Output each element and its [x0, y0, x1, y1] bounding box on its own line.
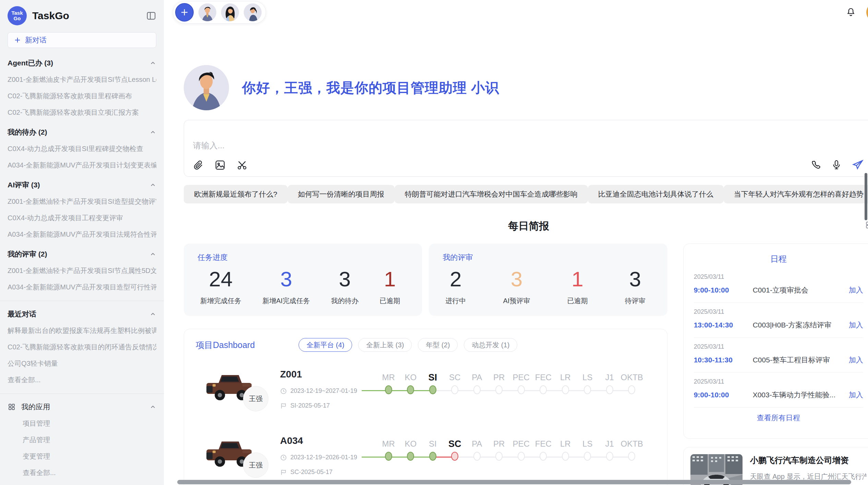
milestone-sc: SC	[444, 372, 466, 399]
milestone-fec: FEC	[532, 372, 555, 399]
milestone-ko: KO	[400, 372, 422, 399]
view-all-chats[interactable]: 查看全部...	[8, 375, 156, 385]
suggestion-chip[interactable]: 如何写一份清晰的项目周报	[288, 185, 395, 203]
conversation-item[interactable]: C02-飞腾新能源轻客改款项目里程碑画布	[8, 91, 156, 101]
section-title: AI评审 (3)	[8, 180, 40, 190]
recent-chat-item[interactable]: 解释最新出台的欧盟报废车法规再生塑料比例被调至15%...	[8, 326, 156, 335]
conversation-item[interactable]: C0X4-动力总成开发项目SI里程碑提交物检查	[8, 144, 156, 153]
stat-label: 待评审	[625, 296, 646, 306]
filter-chip-new-platform[interactable]: 全新平台 (4)	[299, 338, 352, 352]
stat-pending-review: 3 待评审	[625, 265, 646, 306]
suggestion-chip[interactable]: 当下年轻人对汽车外观有怎样的喜好趋势	[724, 185, 868, 203]
chat-input[interactable]	[193, 140, 865, 161]
conversation-item[interactable]: A034-全新新能源MUV产品开发项目计划变更表编写	[8, 161, 156, 170]
app-root: Task Go TaskGo 新对话 Agent已办 (3)	[0, 0, 868, 485]
recent-chat-item[interactable]: 公司Q3轻卡销量	[8, 359, 156, 368]
milestone-dot	[628, 385, 635, 394]
suggestion-chip[interactable]: 欧洲新规最近颁布了什么?	[184, 185, 288, 203]
recent-chat-item[interactable]: C02-飞腾新能源轻客改款项目的闭环通告反馈情况	[8, 343, 156, 352]
milestone-pec: PEC	[510, 372, 532, 399]
conversation-item[interactable]: C0X4-动力总成开发项目工程变更评审	[8, 213, 156, 223]
app-item-project-mgmt[interactable]: 项目管理	[23, 419, 156, 428]
section-ai-review[interactable]: AI评审 (3)	[8, 180, 156, 190]
filter-chip-new-body[interactable]: 全新上装 (3)	[358, 338, 412, 352]
project-flag: SC-2025-05-17	[280, 469, 359, 476]
agent-avatar-2[interactable]	[221, 3, 239, 21]
my-apps-label: 我的应用	[21, 402, 144, 412]
composer	[184, 120, 868, 177]
filter-chip-model-year[interactable]: 年型 (2)	[418, 338, 458, 352]
agent-avatar-3[interactable]	[244, 3, 262, 21]
milestone-dot	[473, 452, 481, 461]
stat-value: 24	[200, 265, 241, 294]
view-all-schedule-link[interactable]: 查看所有日程	[694, 407, 863, 428]
agent-avatar-1[interactable]	[198, 3, 216, 21]
conversation-item[interactable]: Z001-全新燃油轻卡产品开发项目SI节点属性5D文件评审	[8, 266, 156, 275]
project-row[interactable]: 王强 Z001 2023-12-	[194, 367, 657, 418]
schedule-time: 9:00-10:00	[694, 286, 753, 294]
section-my-review[interactable]: 我的评审 (2)	[8, 249, 156, 259]
sidebar-item-my-apps[interactable]: 我的应用	[8, 402, 156, 412]
schedule-item: 2025/03/11 9:00-10:00 X003-车辆动力学性能验... 加…	[694, 372, 863, 407]
milestone-track: MRKOSISCPAPRPECFECLRLSJ1OKTB	[359, 438, 657, 465]
suggestion-chip[interactable]: 比亚迪全固态电池计划具体说了什么	[588, 185, 724, 203]
notifications-button[interactable]	[846, 7, 856, 17]
news-title: 小鹏飞行汽车制造公司增资	[750, 455, 867, 466]
join-meeting-link[interactable]: 加入	[849, 320, 863, 330]
bell-icon	[846, 7, 856, 17]
milestone-ls: LS	[577, 372, 599, 399]
suggestion-chip[interactable]: 特朗普可能对进口汽车增税会对中国车企造成哪些影响	[395, 185, 588, 203]
new-chat-button[interactable]: 新对话	[8, 32, 156, 48]
send-button[interactable]	[852, 159, 864, 171]
stat-overdue: 1 已逾期	[379, 265, 400, 306]
flag-icon	[280, 469, 287, 476]
app-item-product-mgmt[interactable]: 产品管理	[23, 435, 156, 445]
project-flag: SI-2025-05-17	[280, 402, 359, 409]
microphone-button[interactable]	[831, 159, 842, 170]
conversation-item[interactable]: A034-全新新能源MUV产品开发项目造型可行性评审	[8, 283, 156, 292]
assistant-avatar	[184, 65, 229, 110]
milestone-dot	[473, 385, 481, 394]
news-card[interactable]: 小鹏飞行汽车制造公司增资 天眼查 App 显示，近日广州汇天飞行汽...	[683, 447, 868, 485]
conversation-item[interactable]: Z001-全新燃油轻卡产品开发项目SI造型提交物评审	[8, 197, 156, 206]
section-my-todo[interactable]: 我的待办 (2)	[8, 127, 156, 137]
section-recent-chats[interactable]: 最近对话	[8, 309, 156, 319]
conversation-item[interactable]: C02-飞腾新能源轻客改款项目立项汇报方案	[8, 108, 156, 117]
stat-label: 新增AI完成任务	[262, 296, 310, 306]
agent-avatar-pill	[173, 1, 266, 24]
screenshot-button[interactable]	[236, 159, 248, 171]
schedule-item: 2025/03/11 13:00-14:30 C003|H0B-方案冻结评审 加…	[694, 302, 863, 337]
milestone-dot	[385, 452, 392, 461]
collapse-sidebar-button[interactable]	[146, 11, 156, 21]
send-plane-icon	[852, 159, 864, 171]
insert-image-button[interactable]	[214, 159, 226, 171]
add-agent-button[interactable]	[175, 3, 194, 22]
project-row[interactable]: 王强 A034 2023-12-	[194, 433, 657, 485]
phone-icon	[810, 159, 821, 170]
vertical-scrollbar[interactable]	[865, 173, 867, 220]
app-item-change-mgmt[interactable]: 变更管理	[23, 452, 156, 461]
join-meeting-link[interactable]: 加入	[849, 390, 863, 400]
schedule-item: 2025/03/11 9:00-10:00 C001-立项审批会 加入	[694, 268, 863, 302]
user-avatar[interactable]: 王强	[866, 3, 868, 22]
filter-chip-powertrain[interactable]: 动总开发 (1)	[464, 338, 517, 352]
grid-icon	[8, 403, 16, 411]
view-all-apps[interactable]: 查看全部...	[23, 468, 156, 477]
schedule-name: C005-整车工程目标评审	[753, 355, 849, 365]
new-chat-label: 新对话	[25, 35, 47, 45]
section-agent-done[interactable]: Agent已办 (3)	[8, 58, 156, 68]
attach-button[interactable]	[192, 159, 204, 171]
milestone-pr: PR	[488, 438, 510, 465]
join-meeting-link[interactable]: 加入	[849, 355, 863, 365]
voice-call-button[interactable]	[810, 159, 821, 170]
project-visual: 王强	[205, 367, 280, 418]
briefing-layout-button[interactable]	[865, 221, 868, 229]
stat-in-progress: 2 进行中	[445, 265, 466, 306]
conversation-item[interactable]: A034-全新新能源MUV产品开发项目法规符合性评审	[8, 230, 156, 239]
stat-label: 已逾期	[567, 296, 588, 306]
milestone-mr: MR	[377, 372, 400, 399]
join-meeting-link[interactable]: 加入	[849, 285, 863, 295]
horizontal-scrollbar[interactable]	[177, 480, 851, 484]
conversation-item[interactable]: Z001-全新燃油皮卡产品开发项目SI节点Lesson Learn报告	[8, 75, 156, 84]
milestone-dot	[584, 385, 591, 394]
